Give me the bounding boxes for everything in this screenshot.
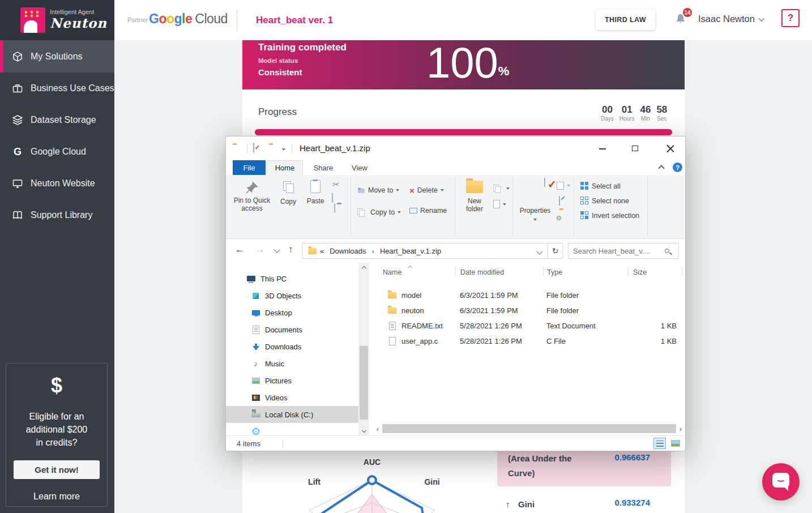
move-to-button[interactable]: Move to bbox=[357, 186, 399, 194]
sidebar-item-google-cloud[interactable]: G Google Cloud bbox=[0, 136, 114, 168]
details-view-button[interactable] bbox=[653, 438, 666, 449]
chat-widget-button[interactable] bbox=[762, 463, 800, 501]
scroll-left-icon[interactable]: ‹ bbox=[373, 425, 382, 433]
open-with-icon[interactable] bbox=[557, 182, 570, 190]
paste-button[interactable]: Paste bbox=[303, 180, 328, 205]
search-box[interactable] bbox=[568, 243, 679, 259]
sidebar-item-dataset-storage[interactable]: Dataset Storage bbox=[0, 104, 114, 136]
search-input[interactable] bbox=[573, 247, 664, 255]
logo[interactable]: Intelligent Agent Neuton bbox=[0, 0, 114, 40]
column-header-size[interactable]: Size bbox=[633, 268, 647, 276]
tree-item-downloads[interactable]: Downloads bbox=[226, 338, 358, 355]
minimize-button[interactable] bbox=[599, 148, 606, 149]
file-row-user-app[interactable]: user_app.c 5/28/2021 1:26 PM C File 1 KB bbox=[373, 334, 682, 349]
folder-icon bbox=[387, 292, 397, 299]
tree-item-pictures[interactable]: Pictures bbox=[226, 372, 358, 389]
tab-view[interactable]: View bbox=[344, 160, 375, 175]
tab-home[interactable]: Home bbox=[267, 160, 303, 175]
crumb-collapse[interactable]: « bbox=[320, 247, 324, 255]
refresh-button[interactable]: ↻ bbox=[548, 243, 563, 259]
get-it-now-button[interactable]: Get it now! bbox=[14, 460, 100, 479]
select-all-button[interactable]: Select all bbox=[580, 182, 621, 190]
sidebar-item-label: Neuton Website bbox=[31, 178, 95, 189]
tree-scrollbar-thumb[interactable] bbox=[360, 346, 368, 420]
properties-button[interactable]: ✓ Properties bbox=[518, 178, 552, 223]
tree-item-local-disk-c[interactable]: Local Disk (C:) bbox=[226, 406, 358, 423]
paste-shortcut-icon[interactable] bbox=[334, 203, 335, 213]
address-dropdown-chevron-icon[interactable] bbox=[536, 248, 542, 254]
breadcrumb-downloads[interactable]: Downloads bbox=[330, 247, 366, 255]
explorer-titlebar[interactable]: ✓ Heart_beat_v.1.zip bbox=[226, 136, 685, 160]
user-name[interactable]: Isaac Newton bbox=[698, 14, 755, 24]
learn-more-link[interactable]: Learn more bbox=[6, 491, 107, 502]
scroll-up-icon[interactable] bbox=[358, 265, 369, 271]
maximize-button[interactable] bbox=[632, 146, 638, 151]
tree-item-this-pc[interactable]: This PC bbox=[226, 270, 358, 287]
copy-button[interactable]: Copy bbox=[276, 181, 301, 206]
explorer-statusbar: 4 items bbox=[226, 435, 685, 451]
column-header-date[interactable]: Date modified bbox=[460, 268, 504, 276]
statusbar-separator bbox=[283, 439, 283, 448]
file-row-neuton[interactable]: neuton 6/3/2021 1:59 PM File folder bbox=[373, 303, 682, 318]
address-bar[interactable]: « Downloads › Heart_beat_v.1.zip bbox=[302, 243, 548, 259]
search-icon[interactable] bbox=[665, 249, 669, 253]
easy-access-icon[interactable] bbox=[493, 183, 510, 194]
sidebar-item-support-library[interactable]: Support Library bbox=[0, 199, 114, 231]
invert-selection-button[interactable]: Invert selection bbox=[580, 211, 639, 220]
quick-access-properties-icon[interactable]: ✓ bbox=[253, 143, 254, 152]
sidebar-item-my-solutions[interactable]: My Solutions bbox=[0, 40, 114, 72]
sidebar-item-label: Dataset Storage bbox=[31, 115, 96, 125]
help-button[interactable]: ? bbox=[781, 9, 800, 27]
copy-to-button[interactable]: Copy to bbox=[357, 207, 401, 218]
tree-item-videos[interactable]: Videos bbox=[226, 389, 358, 406]
scroll-down-icon[interactable] bbox=[358, 427, 369, 433]
third-law-button[interactable]: THIRD LAW bbox=[596, 10, 655, 30]
cut-icon[interactable]: ✂ bbox=[332, 179, 340, 190]
delete-button[interactable]: ‹ × Delete bbox=[409, 186, 444, 194]
back-icon[interactable]: ← bbox=[235, 244, 245, 255]
file-row-readme[interactable]: README.txt 5/28/2021 1:26 PM Text Docume… bbox=[373, 318, 682, 334]
large-icons-view-button[interactable] bbox=[669, 438, 682, 449]
new-folder-button[interactable]: Newfolder bbox=[459, 181, 490, 213]
explorer-help-icon[interactable]: ? bbox=[673, 163, 682, 172]
rename-button[interactable]: Rename bbox=[409, 207, 447, 215]
tab-file[interactable]: File bbox=[233, 160, 266, 175]
tree-scrollbar[interactable] bbox=[358, 263, 369, 435]
sidebar-item-business-use-cases[interactable]: Business Use Cases bbox=[0, 72, 114, 104]
quick-access-dropdown-icon[interactable] bbox=[282, 148, 285, 151]
tab-share[interactable]: Share bbox=[306, 160, 340, 175]
tree-item-documents[interactable]: Documents bbox=[226, 321, 358, 338]
column-separator[interactable] bbox=[455, 266, 456, 276]
horizontal-scrollbar[interactable]: ‹ › bbox=[373, 422, 685, 435]
column-separator[interactable] bbox=[543, 266, 544, 276]
items-count: 4 items bbox=[237, 439, 260, 448]
recent-locations-chevron-icon[interactable] bbox=[273, 246, 280, 253]
scroll-right-icon[interactable]: › bbox=[676, 425, 685, 433]
chevron-down-icon[interactable] bbox=[758, 15, 764, 22]
pin-to-quick-access-button[interactable]: Pin to Quick access bbox=[230, 180, 273, 212]
new-item-icon[interactable] bbox=[493, 200, 506, 208]
file-row-model[interactable]: model 6/3/2021 1:59 PM File folder bbox=[373, 288, 682, 303]
horizontal-scrollbar-thumb[interactable] bbox=[382, 424, 676, 433]
collapse-ribbon-icon[interactable] bbox=[658, 165, 664, 171]
column-header-type[interactable]: Type bbox=[547, 268, 562, 276]
up-icon[interactable]: ↑ bbox=[288, 244, 293, 255]
tree-item-desktop[interactable]: Desktop bbox=[226, 304, 358, 321]
edit-icon[interactable] bbox=[559, 196, 560, 206]
copy-path-icon[interactable] bbox=[332, 193, 333, 203]
sidebar-item-label: My Solutions bbox=[31, 52, 83, 62]
column-header-name[interactable]: Name bbox=[383, 268, 401, 276]
ribbon-separator bbox=[455, 177, 455, 236]
gini-metric-label: Gini bbox=[518, 497, 535, 512]
tree-item-3d-objects[interactable]: 3D Objects bbox=[226, 287, 358, 304]
sidebar-item-neuton-website[interactable]: Neuton Website bbox=[0, 168, 114, 199]
breadcrumb-current[interactable]: Heart_beat_v.1.zip bbox=[380, 247, 441, 255]
tree-item-music[interactable]: ♪ Music bbox=[226, 355, 358, 372]
select-none-button[interactable]: Select none bbox=[580, 196, 629, 205]
forward-icon[interactable]: → bbox=[255, 244, 265, 255]
tree-item-network-cutoff[interactable] bbox=[226, 423, 358, 435]
auc-metric-row[interactable]: (Area Under the Curve) 0.966637 bbox=[497, 448, 671, 486]
gini-metric-row[interactable]: ↑ Gini 0.933274 bbox=[497, 496, 671, 513]
column-separator[interactable] bbox=[682, 266, 682, 276]
column-separator[interactable] bbox=[628, 266, 629, 276]
